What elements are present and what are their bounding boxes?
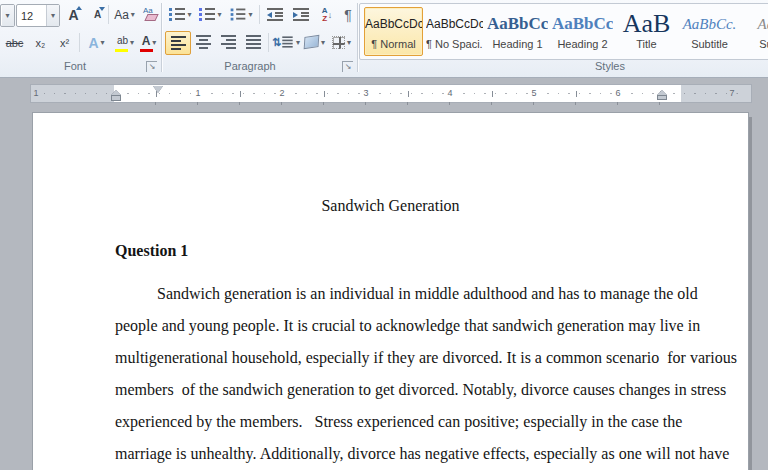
paragraph-line: experienced by the members. Stress exper… <box>115 413 682 431</box>
divider <box>108 5 109 24</box>
ruler-number: 1 <box>193 88 202 98</box>
chevron-down-icon[interactable]: ▾ <box>46 5 59 26</box>
change-case-icon: Aa <box>114 8 129 22</box>
align-center-button[interactable] <box>192 31 215 53</box>
font-color-button[interactable]: A ▾ <box>137 31 161 54</box>
chevron-down-icon: ▾ <box>217 10 221 19</box>
horizontal-ruler[interactable]: 1 1 2 3 4 5 6 7 <box>30 84 752 103</box>
align-left-icon <box>171 36 186 50</box>
left-indent-marker[interactable] <box>111 95 121 101</box>
justify-button[interactable] <box>242 31 265 53</box>
styles-group-label: Styles <box>575 60 645 72</box>
right-indent-marker-base[interactable] <box>657 95 667 100</box>
line-spacing-button[interactable]: ⇅ ▾ <box>272 31 300 53</box>
shading-button[interactable]: ▾ <box>302 31 327 53</box>
bullet-list-icon <box>169 8 185 21</box>
divider <box>259 5 260 24</box>
ruler-number: 7 <box>727 88 736 98</box>
decrease-indent-icon <box>267 8 283 21</box>
chevron-down-icon: ▾ <box>101 38 105 47</box>
styles-gallery: AaBbCcDc ¶ Normal AaBbCcDc ¶ No Spaci...… <box>359 3 768 60</box>
up-arrow-icon <box>76 6 82 10</box>
style-subtitle[interactable]: AaBbCc. Subtitle <box>679 7 740 56</box>
document-page[interactable]: Sandwich Generation Question 1 Sandwich … <box>33 113 748 470</box>
style-no-spacing[interactable]: AaBbCcDc ¶ No Spaci... <box>425 7 484 56</box>
multilevel-list-button[interactable]: ▾ <box>227 3 256 26</box>
pilcrow-icon: ¶ <box>344 7 352 23</box>
chevron-down-icon: ▾ <box>131 10 135 19</box>
text-effects-button[interactable]: A ▾ <box>83 31 110 54</box>
subscript-button[interactable]: x₂ <box>30 31 51 54</box>
line-spacing-icon: ⇅ <box>272 36 281 49</box>
align-center-icon <box>196 35 211 49</box>
eraser-icon <box>144 14 158 21</box>
chevron-down-icon[interactable]: ▾ <box>2 5 14 26</box>
ribbon: ▾ 12 ▾ A A Aa ▾ Aa abc x₂ x² A ▾ ab ▾ A <box>0 0 768 78</box>
font-size-combo[interactable]: 12 ▾ <box>16 4 60 27</box>
paragraph-group-label: Paragraph <box>210 60 290 72</box>
justify-icon <box>246 35 261 49</box>
text-effects-icon: A <box>88 35 98 51</box>
align-right-button[interactable] <box>217 31 240 53</box>
increase-indent-icon <box>293 8 309 21</box>
down-arrow-icon <box>99 7 105 11</box>
numbered-list-icon <box>199 8 215 21</box>
first-line-indent-marker[interactable] <box>153 86 163 93</box>
increase-indent-button[interactable] <box>289 3 312 26</box>
paragraph-line: multigenerational household, especially … <box>115 349 737 367</box>
paragraph-dialog-launcher[interactable]: ↘ <box>342 61 353 72</box>
ruler-number: 3 <box>361 88 370 98</box>
document-title: Sandwich Generation <box>33 197 748 215</box>
borders-grid-icon <box>332 36 345 49</box>
chevron-down-icon: ▾ <box>130 38 134 47</box>
font-color-icon: A <box>142 34 151 48</box>
chevron-down-icon: ▾ <box>187 10 191 19</box>
show-paragraph-marks-button[interactable]: ¶ <box>340 3 356 26</box>
superscript-button[interactable]: x² <box>54 31 75 54</box>
style-subtle-emphasis[interactable]: AaB Subt <box>742 7 768 56</box>
highlight-color-button[interactable]: ab ▾ <box>112 31 139 54</box>
chevron-down-icon: ▾ <box>296 38 300 47</box>
font-size-value[interactable]: 12 <box>17 10 46 22</box>
paragraph-line: marriage is unhealthy. Additionally, div… <box>115 445 729 463</box>
decrease-indent-button[interactable] <box>263 3 286 26</box>
style-heading-1[interactable]: AaBbCc Heading 1 <box>486 7 549 56</box>
lines-icon <box>282 36 292 47</box>
paragraph-line: people and young people. It is crucial t… <box>115 317 700 335</box>
superscript-icon: x² <box>60 37 69 49</box>
align-left-button[interactable] <box>165 31 191 55</box>
sort-arrow-icon: ↓ <box>328 10 333 20</box>
change-case-button[interactable]: Aa ▾ <box>111 3 138 26</box>
divider <box>268 33 269 52</box>
align-right-icon <box>221 35 236 49</box>
borders-button[interactable]: ▾ <box>329 31 354 53</box>
font-name-combo-fragment[interactable]: ▾ <box>0 4 15 27</box>
style-heading-2[interactable]: AaBbCc Heading 2 <box>551 7 614 56</box>
font-group-label: Font <box>40 60 110 72</box>
subscript-icon: x₂ <box>36 37 46 49</box>
bullets-button[interactable]: ▾ <box>167 3 194 26</box>
group-separator <box>161 3 162 72</box>
clear-formatting-button[interactable]: Aa <box>141 3 159 26</box>
font-dialog-launcher[interactable]: ↘ <box>146 61 157 72</box>
group-separator <box>357 3 358 72</box>
shrink-font-button[interactable]: A <box>88 3 107 26</box>
divider <box>79 33 80 52</box>
strikethrough-button[interactable]: abc <box>2 31 27 54</box>
font-color-bar <box>140 49 153 52</box>
style-title[interactable]: AaB Title <box>616 7 677 56</box>
sort-button[interactable]: A Z ↓ <box>316 3 338 26</box>
multilevel-list-icon <box>231 9 246 21</box>
question-heading: Question 1 <box>115 242 188 260</box>
ruler-number: 2 <box>277 88 286 98</box>
strikethrough-icon: abc <box>6 37 24 49</box>
ruler-under-ticks <box>114 102 680 105</box>
numbering-button[interactable]: ▾ <box>197 3 224 26</box>
ruler-number: 6 <box>613 88 622 98</box>
chevron-down-icon: ▾ <box>248 10 252 19</box>
paragraph-line: members of the sandwich generation to ge… <box>115 381 726 399</box>
grow-font-button[interactable]: A <box>62 3 85 26</box>
style-normal[interactable]: AaBbCcDc ¶ Normal <box>364 7 423 56</box>
highlight-icon: ab <box>117 35 128 46</box>
highlight-color-bar <box>115 49 128 52</box>
